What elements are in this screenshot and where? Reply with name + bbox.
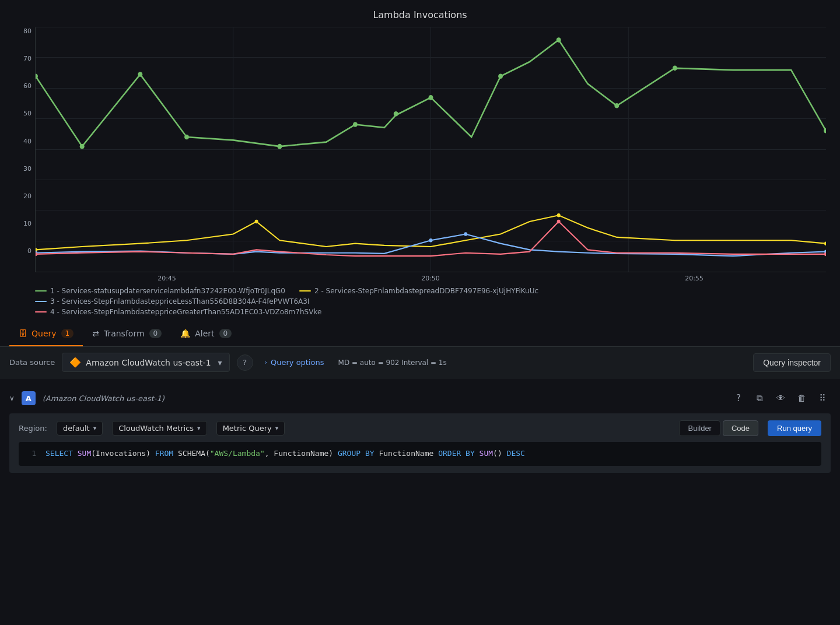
chart-plot [35, 27, 826, 272]
svg-point-6 [184, 135, 189, 140]
svg-point-14 [673, 66, 677, 71]
drag-handle-icon[interactable]: ⠿ [814, 390, 831, 406]
service-select[interactable]: CloudWatch Metrics ▾ [112, 421, 206, 436]
chevron-down-icon: ▾ [218, 358, 222, 367]
toggle-visibility-icon[interactable]: 👁 [772, 390, 789, 406]
bell-icon: 🔔 [180, 329, 190, 338]
database-icon: 🗄 [19, 329, 27, 338]
query-row-header: ∨ A (Amazon CloudWatch us-east-1) ? ⧉ 👁 … [9, 385, 831, 411]
chart-svg [36, 27, 826, 272]
mode-buttons: Builder Code [679, 420, 758, 436]
query-panel: ∨ A (Amazon CloudWatch us-east-1) ? ⧉ 👁 … [0, 378, 840, 480]
service-chevron-icon: ▾ [197, 424, 201, 432]
svg-point-21 [429, 238, 433, 242]
code-mode-button[interactable]: Code [723, 420, 758, 436]
svg-point-13 [614, 103, 619, 108]
x-axis: 20:45 20:50 20:55 [14, 272, 826, 282]
metric-chevron-icon: ▾ [275, 424, 279, 432]
duplicate-query-icon[interactable]: ⧉ [751, 390, 768, 406]
region-chevron-icon: ▾ [93, 424, 97, 432]
query-letter: A [22, 391, 36, 405]
help-button[interactable]: ? [237, 354, 253, 371]
query-toolbar: Data source 🔶 Amazon CloudWatch us-east-… [0, 347, 840, 378]
tab-alert[interactable]: 🔔 Alert 0 [171, 321, 241, 346]
tab-query[interactable]: 🗄 Query 1 [9, 321, 83, 346]
svg-point-17 [255, 220, 258, 223]
query-meta: MD = auto = 902 Interval = 1s [338, 359, 447, 367]
chart-canvas-area: 80 70 60 50 40 30 20 10 0 [14, 27, 826, 272]
chart-title: Lambda Invocations [14, 9, 826, 20]
chart-container: Lambda Invocations 80 70 60 50 40 30 20 … [0, 0, 840, 321]
svg-point-9 [394, 111, 398, 117]
tab-transform[interactable]: ⇄ Transform 0 [83, 321, 171, 346]
svg-point-22 [464, 232, 467, 236]
collapse-button[interactable]: ∨ [9, 394, 15, 402]
svg-point-5 [138, 72, 142, 77]
run-query-button[interactable]: Run query [768, 420, 821, 436]
query-body: Region: default ▾ CloudWatch Metrics ▾ M… [9, 413, 831, 473]
query-source-label: (Amazon CloudWatch us-east-1) [43, 394, 164, 403]
region-select[interactable]: default ▾ [57, 421, 103, 436]
legend-item-3: 3 - Services-StepFnlambdasteppriceLessTh… [35, 297, 309, 306]
svg-point-7 [277, 144, 282, 149]
query-options-button[interactable]: › Query options [260, 354, 329, 370]
svg-point-19 [824, 241, 826, 245]
svg-point-25 [557, 220, 561, 223]
svg-point-11 [498, 74, 503, 79]
legend-item-4: 4 - Services-StepFnlambdasteppriceGreate… [35, 308, 321, 316]
svg-point-4 [80, 144, 85, 149]
query-inspector-button[interactable]: Query inspector [753, 353, 831, 372]
help-query-icon[interactable]: ? [730, 390, 747, 406]
svg-point-15 [824, 128, 826, 134]
sql-editor[interactable]: 1 SELECT SUM(Invocations) FROM SCHEMA("A… [19, 442, 821, 466]
builder-mode-button[interactable]: Builder [679, 420, 720, 436]
svg-point-10 [429, 95, 433, 100]
datasource-selector[interactable]: 🔶 Amazon CloudWatch us-east-1 ▾ [62, 353, 229, 372]
legend-item-2: 2 - Services-StepFnlambdastepreadDDBF749… [299, 287, 538, 295]
transform-icon: ⇄ [92, 329, 99, 338]
sql-line-1: 1 SELECT SUM(Invocations) FROM SCHEMA("A… [27, 448, 813, 460]
region-label: Region: [19, 424, 47, 433]
y-axis: 80 70 60 50 40 30 20 10 0 [14, 27, 35, 272]
tabs-bar: 🗄 Query 1 ⇄ Transform 0 🔔 Alert 0 [0, 321, 840, 347]
svg-point-8 [353, 122, 358, 127]
chart-legend: 1 - Services-statusupdaterservicelambdaf… [14, 282, 826, 316]
legend-item-1: 1 - Services-statusupdaterservicelambdaf… [35, 287, 285, 295]
metric-query-select[interactable]: Metric Query ▾ [216, 421, 285, 436]
delete-query-icon[interactable]: 🗑 [793, 390, 810, 406]
query-header-actions: ? ⧉ 👁 🗑 ⠿ [730, 390, 831, 406]
chevron-right-icon: › [265, 359, 267, 366]
cloudwatch-icon: 🔶 [69, 357, 81, 368]
query-row-options: Region: default ▾ CloudWatch Metrics ▾ M… [19, 420, 821, 436]
svg-point-12 [556, 37, 561, 43]
svg-point-26 [824, 252, 826, 256]
data-source-label: Data source [9, 358, 55, 367]
svg-point-18 [557, 213, 561, 217]
